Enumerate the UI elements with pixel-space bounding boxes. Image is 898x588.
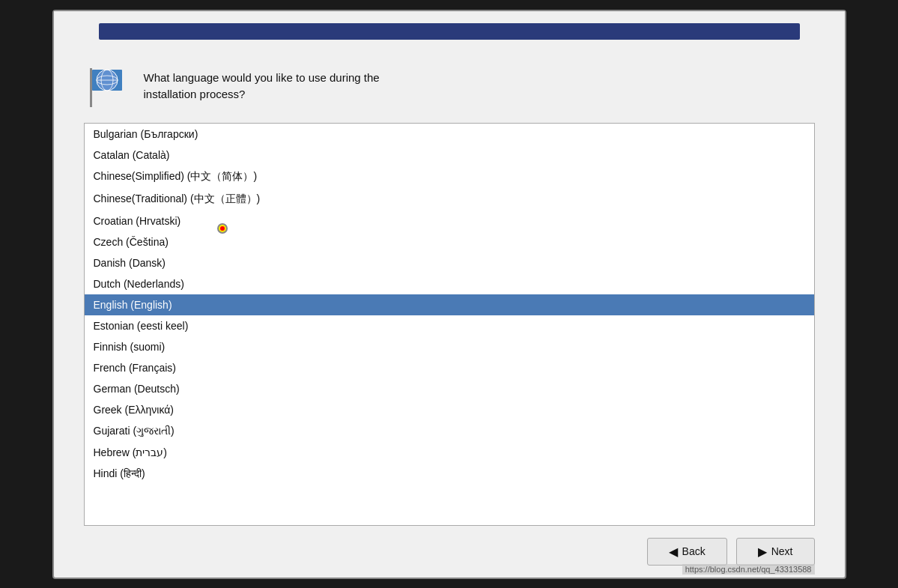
language-list-container: Bulgarian (Български)Catalan (Català)Chi… — [84, 123, 815, 526]
language-item[interactable]: Bulgarian (Български) — [85, 124, 814, 145]
language-item[interactable]: Finnish (suomi) — [85, 336, 814, 357]
back-button[interactable]: ◀ Back — [647, 538, 727, 566]
header-section: What language would you like to use duri… — [54, 52, 845, 123]
flag-icon — [84, 67, 129, 108]
language-list[interactable]: Bulgarian (Български)Catalan (Català)Chi… — [85, 124, 814, 525]
language-item[interactable]: Greek (Ελληνικά) — [85, 399, 814, 420]
language-item[interactable]: French (Français) — [85, 357, 814, 378]
language-item[interactable]: German (Deutsch) — [85, 378, 814, 399]
language-item[interactable]: Chinese(Traditional) (中文（正體）) — [85, 188, 814, 210]
watermark: https://blog.csdn.net/qq_43313588 — [682, 564, 815, 575]
language-item[interactable]: Czech (Čeština) — [85, 231, 814, 252]
next-icon: ▶ — [758, 545, 767, 559]
progress-bar — [99, 23, 800, 40]
back-icon: ◀ — [669, 545, 678, 559]
next-label: Next — [771, 545, 793, 557]
language-item[interactable]: Gujarati (ગુજરાતી) — [85, 420, 814, 442]
back-label: Back — [682, 545, 706, 557]
language-item[interactable]: Chinese(Simplified) (中文（简体）) — [85, 166, 814, 188]
header-text: What language would you like to use duri… — [144, 67, 380, 103]
language-item[interactable]: Danish (Dansk) — [85, 252, 814, 273]
installer-window: What language would you like to use duri… — [52, 10, 846, 579]
language-item[interactable]: English (English) — [85, 294, 814, 315]
language-item[interactable]: Estonian (eesti keel) — [85, 315, 814, 336]
next-button[interactable]: ▶ Next — [736, 538, 815, 566]
language-item[interactable]: Hebrew (עברית) — [85, 442, 814, 463]
language-item[interactable]: Croatian (Hrvatski) — [85, 210, 814, 231]
svg-rect-0 — [90, 68, 92, 107]
progress-bar-container — [54, 11, 845, 52]
language-item[interactable]: Dutch (Nederlands) — [85, 273, 814, 294]
language-item[interactable]: Catalan (Català) — [85, 145, 814, 166]
language-item[interactable]: Hindi (हिन्दी) — [85, 463, 814, 485]
